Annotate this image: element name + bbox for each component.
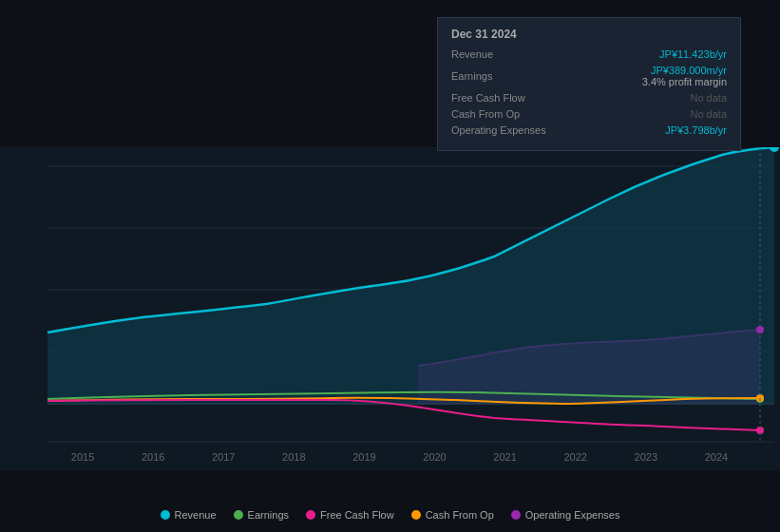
x-label-2015: 2015 — [71, 451, 94, 463]
legend-item-revenue[interactable]: Revenue — [161, 509, 217, 521]
legend-dot-cashfromop — [411, 510, 421, 520]
chart-svg — [0, 147, 780, 470]
profit-margin: 3.4% profit margin — [642, 76, 727, 87]
cashfromop-label: Cash From Op — [451, 108, 556, 120]
revenue-value: JP¥11.423b/yr — [659, 48, 727, 60]
legend-label-fcf: Free Cash Flow — [320, 509, 394, 521]
chart-legend: Revenue Earnings Free Cash Flow Cash Fro… — [0, 509, 780, 521]
legend-item-earnings[interactable]: Earnings — [234, 509, 289, 521]
fcf-label: Free Cash Flow — [451, 92, 556, 104]
tooltip-date: Dec 31 2024 — [451, 28, 727, 41]
data-tooltip: Dec 31 2024 Revenue JP¥11.423b/yr Earnin… — [437, 17, 741, 151]
legend-label-cashfromop: Cash From Op — [426, 509, 494, 521]
x-label-2020: 2020 — [423, 451, 446, 463]
legend-label-revenue: Revenue — [175, 509, 217, 521]
chart-container: Dec 31 2024 Revenue JP¥11.423b/yr Earnin… — [0, 0, 780, 532]
x-label-2024: 2024 — [705, 451, 728, 463]
legend-label-opex: Operating Expenses — [525, 509, 620, 521]
fcf-value: No data — [690, 92, 727, 104]
legend-item-fcf[interactable]: Free Cash Flow — [306, 509, 394, 521]
x-label-2019: 2019 — [352, 451, 375, 463]
tooltip-earnings-row: Earnings JP¥389.000m/yr 3.4% profit marg… — [451, 65, 727, 87]
x-label-2021: 2021 — [493, 451, 516, 463]
opex-value: JP¥3.798b/yr — [665, 124, 727, 136]
legend-dot-earnings — [234, 510, 243, 520]
earnings-value: JP¥389.000m/yr — [651, 65, 727, 76]
earnings-label: Earnings — [451, 70, 556, 82]
x-label-2017: 2017 — [212, 451, 235, 463]
x-label-2016: 2016 — [142, 451, 164, 463]
x-label-2023: 2023 — [635, 451, 657, 463]
tooltip-revenue-row: Revenue JP¥11.423b/yr — [451, 48, 727, 60]
x-label-2022: 2022 — [563, 451, 586, 463]
legend-dot-opex — [511, 510, 521, 520]
opex-label: Operating Expenses — [451, 124, 556, 136]
tooltip-cashfromop-row: Cash From Op No data — [451, 108, 727, 120]
x-axis: 2015 2016 2017 2018 2019 2020 2021 2022 … — [0, 451, 780, 463]
legend-dot-revenue — [161, 510, 170, 520]
legend-label-earnings: Earnings — [248, 509, 289, 521]
legend-item-opex[interactable]: Operating Expenses — [511, 509, 620, 521]
x-label-2018: 2018 — [282, 451, 305, 463]
tooltip-fcf-row: Free Cash Flow No data — [451, 92, 727, 104]
tooltip-opex-row: Operating Expenses JP¥3.798b/yr — [451, 124, 727, 136]
legend-dot-fcf — [306, 510, 315, 520]
legend-item-cashfromop[interactable]: Cash From Op — [411, 509, 494, 521]
revenue-label: Revenue — [451, 48, 556, 60]
cashfromop-value: No data — [690, 108, 727, 120]
